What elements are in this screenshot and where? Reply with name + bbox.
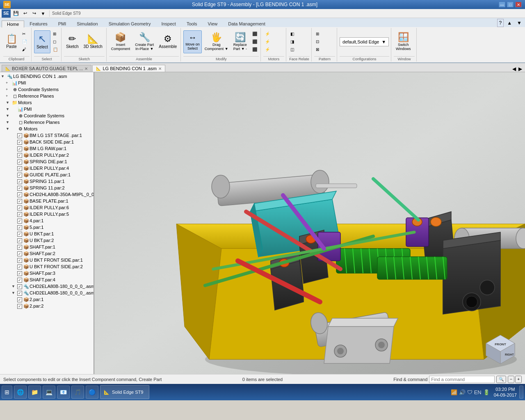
qa-dropdown-button[interactable]: ▼ xyxy=(39,10,47,17)
motor-btn-2[interactable]: ⚡ xyxy=(263,38,272,46)
checkbox-element[interactable] xyxy=(17,166,22,171)
replace-part-button[interactable]: 🔄 ReplacePart ▼ - xyxy=(231,30,249,53)
checkbox-element[interactable] xyxy=(17,219,22,224)
tree-list-item[interactable]: 📦BM LG RAW.par:1 xyxy=(0,145,94,152)
find-search-button[interactable]: 🔍 xyxy=(496,376,506,383)
modify-btn-3[interactable]: ⬛ xyxy=(251,46,259,53)
checkbox-element[interactable] xyxy=(17,278,22,283)
tree-checkbox[interactable] xyxy=(17,133,23,138)
checkbox-element[interactable] xyxy=(17,251,22,256)
tree-checkbox[interactable] xyxy=(17,258,23,263)
help-button[interactable]: ? xyxy=(497,19,504,27)
tree-list-item[interactable]: 📦2.par:1 xyxy=(0,296,94,303)
tab-pmi[interactable]: PMI xyxy=(53,20,72,27)
tree-checkbox[interactable] xyxy=(17,139,23,145)
tree-checkbox[interactable] xyxy=(17,185,23,191)
create-part-button[interactable]: 🔧 Create PartIn-Place ▼ xyxy=(133,30,156,53)
checkbox-element[interactable] xyxy=(17,160,22,164)
tree-list-item[interactable]: 📦U BKT.par:1 xyxy=(0,231,94,237)
checkbox-element[interactable] xyxy=(17,271,22,276)
face-relate-btn-3[interactable]: ◫ xyxy=(289,46,296,53)
window-controls[interactable]: — □ ✕ xyxy=(499,2,522,7)
checkbox-element[interactable] xyxy=(17,173,22,178)
tab-features[interactable]: Features xyxy=(24,20,52,27)
tree-coord-expand[interactable]: + xyxy=(6,87,11,91)
tree-list-item[interactable]: 📦4.par:1 xyxy=(0,217,94,224)
tree-checkbox[interactable] xyxy=(17,146,23,151)
tree-list-item[interactable]: 📦SHAFT.par:3 xyxy=(0,270,94,276)
tree-list-item[interactable]: 📦ILDER PULLY.par:6 xyxy=(0,204,94,211)
tree-root-expand[interactable]: ▼ xyxy=(1,74,7,78)
select-all-button[interactable]: ⊞ xyxy=(51,30,59,38)
drag-component-button[interactable]: 🖐 DragComponent ▼ xyxy=(203,30,231,53)
tree-checkbox[interactable] xyxy=(17,192,23,197)
tree-list-item[interactable]: 📦5.par:1 xyxy=(0,224,94,231)
checkbox-element[interactable] xyxy=(17,304,22,309)
tab-inspect[interactable]: Inspect xyxy=(156,20,181,27)
tree-list-item[interactable]: 📦CHD2HLA80B-350A-M9PL_0_0_0_... xyxy=(0,191,94,198)
face-relate-btn-2[interactable]: ◨ xyxy=(289,38,296,46)
pattern-btn-3[interactable]: ⊠ xyxy=(314,46,321,53)
modify-btn-2[interactable]: ⬛ xyxy=(251,38,259,46)
checkbox-element[interactable] xyxy=(17,212,22,217)
insert-component-button[interactable]: 📦 InsertComponent xyxy=(109,30,132,53)
ribbon-minimize[interactable]: ▲ xyxy=(505,19,514,27)
tree-list-item[interactable]: ▼📊PMI xyxy=(0,106,94,112)
save-button[interactable]: 💾 xyxy=(12,10,20,17)
tree-checkbox[interactable] xyxy=(17,179,23,184)
tray-security[interactable]: 🛡 xyxy=(467,389,472,395)
tree-item-coordinate-systems[interactable]: + ⊕ Coordinate Systems xyxy=(0,86,94,93)
doc-tab-lg-close[interactable]: ✕ xyxy=(158,66,162,71)
tree-checkbox[interactable] xyxy=(17,205,23,210)
find-command-input[interactable] xyxy=(429,376,495,383)
tree-checkbox[interactable] xyxy=(17,172,23,178)
tray-language[interactable]: EN xyxy=(474,389,482,395)
motor-btn-3[interactable]: ⚡ xyxy=(263,46,272,53)
checkbox-element[interactable] xyxy=(17,186,22,191)
tree-checkbox[interactable] xyxy=(17,238,23,243)
system-clock[interactable]: 03:20 PM 04-09-2017 xyxy=(494,386,517,398)
tree-list-item[interactable]: ▼⚙Motors xyxy=(0,126,94,132)
checkbox-element[interactable] xyxy=(17,179,22,184)
tree-list-item[interactable]: 📦ILDER PULLY.par:5 xyxy=(0,211,94,217)
tree-list-item[interactable]: ▼🔩CHD2ELA80B-180_0_0_0_.asm:2 xyxy=(0,290,94,296)
start-button[interactable]: ⊞ xyxy=(2,386,12,399)
tree-list-item[interactable]: 📦SHAFT.par:2 xyxy=(0,250,94,257)
tree-checkbox[interactable] xyxy=(17,277,23,283)
tab-tools[interactable]: Tools xyxy=(181,20,203,27)
tree-checkbox[interactable] xyxy=(17,159,23,164)
checkbox-element[interactable] xyxy=(17,284,22,289)
checkbox-element[interactable] xyxy=(17,258,22,263)
tree-item-pmi[interactable]: + 📊 PMI xyxy=(0,80,94,86)
zoom-in-button[interactable]: + xyxy=(515,376,522,383)
switch-windows-button[interactable]: 🪟 SwitchWindows xyxy=(394,30,413,53)
doc-tab-lg-bending[interactable]: 📐 LG BENDING CON 1 .asm ✕ xyxy=(92,65,165,72)
select-button[interactable]: ↖ Select xyxy=(34,30,50,53)
assemble-button[interactable]: ⚙ Assemble xyxy=(157,30,179,53)
close-button[interactable]: ✕ xyxy=(515,2,522,7)
doc-nav-next[interactable]: ▶ xyxy=(517,66,523,72)
checkbox-element[interactable] xyxy=(17,146,22,151)
tree-checkbox[interactable] xyxy=(17,166,23,171)
tree-checkbox[interactable] xyxy=(17,218,23,224)
checkbox-element[interactable] xyxy=(17,238,22,243)
tray-volume[interactable]: 🔊 xyxy=(459,389,466,395)
tree-list-item[interactable]: 📦GUIDE PLATE.par:1 xyxy=(0,171,94,178)
undo-button[interactable]: ↩ xyxy=(21,10,29,17)
show-desktop-button[interactable] xyxy=(519,386,523,399)
taskbar-solid-edge[interactable]: 📐 Solid Edge ST9 xyxy=(100,385,149,399)
tree-list-item[interactable]: 📦ILDER PULLY.par:4 xyxy=(0,165,94,171)
configurations-dropdown[interactable]: default,Solid Edge ▼ xyxy=(340,37,389,46)
sketch-button[interactable]: ✏ Sketch xyxy=(64,30,81,53)
tree-container[interactable]: ▼ 🔩 LG BENDING CON 1 .asm + 📊 PMI + ⊕ Co… xyxy=(0,72,94,374)
tree-list-item[interactable]: ▼◻Reference Planes xyxy=(0,119,94,126)
tree-checkbox[interactable] xyxy=(17,264,23,269)
checkbox-element[interactable] xyxy=(17,265,22,269)
tree-list-item[interactable]: 📦BACK SIDE DIE.par:1 xyxy=(0,139,94,145)
tab-simulation[interactable]: Simulation xyxy=(71,20,103,27)
tray-battery[interactable]: 🔋 xyxy=(483,389,490,395)
tree-list-item[interactable]: 📦BM LG 1ST STAGE .par:1 xyxy=(0,132,94,139)
checkbox-element[interactable] xyxy=(17,153,22,158)
tree-list-item[interactable]: 📦ILDER PULLY.par:2 xyxy=(0,152,94,158)
viewport[interactable]: FRONT RIGHT xyxy=(94,72,525,374)
